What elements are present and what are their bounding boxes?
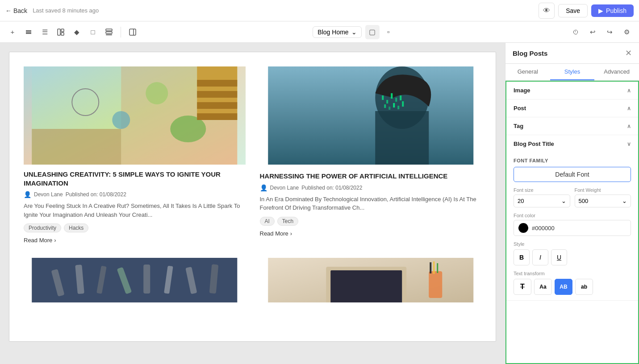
blog-card-4	[260, 258, 482, 304]
accordion-post: Post ∧	[506, 99, 638, 117]
accordion-image: Image ∧	[506, 82, 638, 99]
tab-styles[interactable]: Styles	[550, 64, 595, 80]
back-button[interactable]: ← Back	[5, 7, 27, 14]
bold-button[interactable]: B	[514, 249, 530, 265]
mobile-view-button[interactable]: ▫	[381, 25, 396, 39]
transform-capitalize-button[interactable]: Aa	[534, 279, 552, 295]
transform-none-button[interactable]: T	[514, 279, 531, 295]
save-button[interactable]: Save	[558, 4, 588, 17]
svg-rect-29	[395, 98, 397, 102]
back-arrow-icon: ←	[5, 7, 12, 14]
svg-rect-2	[26, 30, 31, 31]
svg-rect-31	[384, 104, 386, 108]
italic-button[interactable]: I	[532, 249, 548, 265]
accordion-tag-header[interactable]: Tag ∧	[506, 117, 638, 135]
read-more-arrow-2: ›	[290, 230, 292, 237]
blog-excerpt-2: In An Era Dominated By Technological Inn…	[260, 195, 482, 212]
accordion-image-chevron: ∧	[627, 87, 631, 94]
author-name-2: Devon Lane	[270, 185, 299, 191]
page-selector[interactable]: Blog Home ⌄	[313, 26, 361, 38]
accordion-blog-post-title-header[interactable]: Blog Post Title ∨	[506, 135, 638, 153]
graffiti-svg	[24, 66, 246, 165]
eye-icon: 👁	[543, 7, 550, 15]
font-size-weight-row: Font size 20 ⌄ Font Weight 500 ⌄	[514, 187, 631, 207]
svg-rect-23	[268, 66, 473, 165]
top-bar-left: ← Back Last saved 8 minutes ago	[5, 7, 99, 14]
font-color-row[interactable]: #000000	[514, 220, 631, 236]
svg-rect-50	[430, 262, 431, 273]
svg-rect-4	[61, 29, 64, 32]
layers-button[interactable]	[21, 25, 36, 39]
panel-toggle-button[interactable]	[125, 25, 140, 39]
style-label: Style	[514, 241, 631, 247]
blog-post-title-controls: FONT FAMILY Font size 20 ⌄ Font Weigh	[506, 153, 638, 300]
publish-label: Publish	[606, 7, 626, 14]
mask-button[interactable]: ◆	[70, 25, 84, 39]
svg-rect-20	[197, 91, 237, 98]
read-more-2[interactable]: Read More ›	[260, 230, 482, 237]
svg-rect-7	[106, 32, 112, 33]
panel-title: Blog Posts	[513, 50, 547, 57]
pages-button[interactable]: ☰	[38, 25, 52, 39]
panel-content: Image ∧ Post ∧ Tag ∧	[505, 81, 639, 364]
tab-advanced-label: Advanced	[604, 68, 630, 75]
author-name-1: Devon Lane	[34, 191, 63, 198]
desktop-view-button[interactable]: ▢	[365, 25, 380, 39]
color-swatch	[518, 223, 528, 233]
redo-button[interactable]: ↪	[602, 25, 617, 39]
layout-icon	[57, 29, 64, 36]
publish-play-icon: ▶	[598, 7, 603, 14]
svg-rect-28	[391, 93, 393, 99]
blog-card-1: UNLEASHING CREATIVITY: 5 SIMPLE WAYS TO …	[24, 66, 246, 244]
svg-rect-5	[61, 33, 64, 35]
svg-rect-51	[433, 261, 434, 274]
font-size-select[interactable]: 20 ⌄	[514, 194, 570, 207]
history-button[interactable]: ⏲	[568, 25, 583, 39]
font-weight-value: 500	[579, 198, 589, 204]
toolbar-center: Blog Home ⌄ ▢ ▫	[140, 25, 568, 39]
toolbar-left: + ☰ ◆ □	[5, 25, 140, 39]
blog-author-1: 👤 Devon Lane Published on: 01/08/2022	[24, 191, 246, 198]
undo-button[interactable]: ↩	[585, 25, 600, 39]
underline-button[interactable]: U	[551, 249, 567, 265]
font-family-input[interactable]	[514, 167, 631, 182]
publish-button[interactable]: ▶ Publish	[591, 4, 634, 17]
blog-card-3	[24, 258, 246, 304]
sections-button[interactable]	[102, 25, 116, 39]
add-element-button[interactable]: +	[5, 25, 20, 39]
layout-button[interactable]	[54, 25, 68, 39]
svg-rect-34	[397, 106, 399, 109]
accordion-image-header[interactable]: Image ∧	[506, 82, 638, 99]
settings-button[interactable]: ⚙	[619, 25, 634, 39]
svg-rect-49	[429, 271, 442, 298]
blog-grid: UNLEASHING CREATIVITY: 5 SIMPLE WAYS TO …	[9, 52, 496, 318]
preview-button[interactable]: 👁	[539, 3, 555, 19]
svg-rect-48	[330, 270, 402, 302]
svg-rect-19	[197, 80, 237, 87]
blog-title-2: HARNESSING THE POWER OF ARTIFICIAL INTEL…	[260, 172, 482, 181]
tab-general[interactable]: General	[505, 64, 550, 80]
transform-lowercase-button[interactable]: ab	[575, 279, 593, 295]
tag-tech: Tech	[277, 217, 298, 226]
svg-rect-30	[400, 95, 401, 100]
blog-image-2	[260, 66, 482, 166]
page-name: Blog Home	[317, 29, 348, 36]
transform-uppercase-button[interactable]: AB	[555, 279, 572, 295]
svg-rect-33	[393, 103, 395, 108]
font-weight-chevron: ⌄	[622, 198, 627, 204]
accordion-image-label: Image	[514, 87, 530, 94]
font-weight-select[interactable]: 500 ⌄	[575, 194, 631, 207]
read-more-1[interactable]: Read More ›	[24, 237, 246, 244]
top-bar-right: 👁 Save ▶ Publish	[539, 3, 634, 19]
svg-rect-6	[106, 29, 112, 31]
font-size-chevron: ⌄	[561, 198, 566, 204]
svg-rect-45	[32, 258, 237, 302]
toolbar: + ☰ ◆ □ Blog Home ⌄ ▢ ▫ ⏲ ↩ ↪ ⚙	[0, 21, 639, 43]
canvas-frame: UNLEASHING CREATIVITY: 5 SIMPLE WAYS TO …	[9, 52, 496, 342]
accordion-post-header[interactable]: Post ∧	[506, 99, 638, 117]
container-button[interactable]: □	[86, 25, 100, 39]
tab-advanced[interactable]: Advanced	[594, 64, 639, 80]
panel-close-button[interactable]: ✕	[625, 48, 632, 58]
blog-card-2: HARNESSING THE POWER OF ARTIFICIAL INTEL…	[260, 66, 482, 244]
ai-svg	[260, 66, 482, 165]
